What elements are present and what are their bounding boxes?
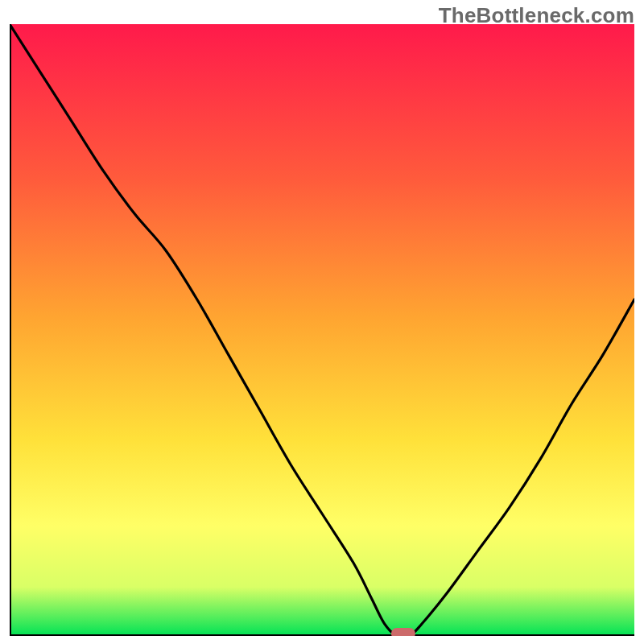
- watermark-text: TheBottleneck.com: [439, 3, 634, 28]
- bottleneck-chart: [10, 24, 634, 636]
- optimal-marker: [391, 628, 415, 636]
- plot-background: [10, 24, 634, 636]
